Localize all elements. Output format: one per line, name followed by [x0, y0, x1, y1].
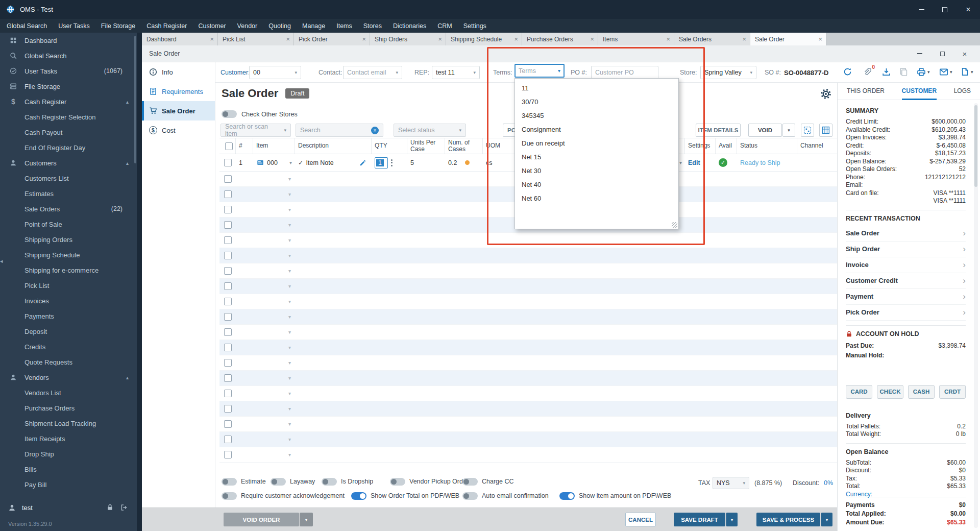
item-select-chevron-icon[interactable]: ▾ — [288, 207, 295, 212]
row-checkbox[interactable] — [224, 206, 232, 213]
recent-customer-credit[interactable]: Customer Credit› — [846, 273, 966, 289]
tab-purchase-orders[interactable]: Purchase Orders× — [522, 33, 598, 45]
window-minimize-button[interactable] — [910, 0, 933, 19]
void-button[interactable]: VOID — [748, 124, 782, 137]
search-input[interactable]: Search× — [296, 124, 383, 137]
row-checkbox[interactable] — [224, 374, 232, 382]
tab-close-icon[interactable]: × — [818, 35, 822, 43]
sidebar-item-shipment-load-tracking[interactable]: Shipment Load Tracking — [0, 416, 137, 431]
item-select-chevron-icon[interactable]: ▾ — [288, 329, 295, 335]
chevron-up-icon[interactable]: ▴ — [126, 99, 129, 105]
row-checkbox[interactable] — [224, 344, 232, 351]
sidebar-item-item-receipts[interactable]: Item Receipts — [0, 431, 137, 446]
cell-settings[interactable]: Edit — [685, 159, 716, 166]
subnav-info[interactable]: Info — [142, 62, 215, 82]
tab-close-icon[interactable]: × — [286, 35, 290, 43]
col-item[interactable]: Item — [253, 138, 295, 154]
sidebar-item-file-storage[interactable]: File Storage — [0, 79, 137, 94]
recent-payment[interactable]: Payment› — [846, 289, 966, 305]
qty-input[interactable]: 1 — [375, 157, 388, 168]
save-process-button[interactable]: SAVE & PROCESS — [756, 513, 820, 526]
toggle-layaway[interactable]: Layaway — [271, 476, 315, 487]
item-search-select[interactable]: Search or scan item▾ — [220, 124, 291, 137]
resize-grip-icon[interactable] — [672, 222, 677, 228]
tab-close-icon[interactable]: × — [742, 35, 746, 43]
item-select-chevron-icon[interactable]: ▾ — [288, 437, 295, 442]
sidebar-item-drop-ship[interactable]: Drop Ship — [0, 446, 137, 462]
sidebar-item-credits[interactable]: Credits — [0, 339, 137, 354]
item-select-chevron-icon[interactable]: ▾ — [288, 283, 295, 289]
item-select-chevron-icon[interactable]: ▾ — [288, 176, 295, 182]
menu-crm[interactable]: CRM — [432, 22, 457, 30]
menu-settings[interactable]: Settings — [458, 22, 492, 30]
col-channel[interactable]: Channel — [797, 138, 837, 154]
row-checkbox[interactable] — [224, 159, 232, 166]
tab-close-icon[interactable]: × — [438, 35, 442, 43]
sidebar-item-customers[interactable]: Customers▴ — [0, 155, 137, 171]
tab-close-icon[interactable]: × — [210, 35, 214, 43]
sidebar-item-vendors[interactable]: Vendors▴ — [0, 370, 137, 385]
recent-invoice[interactable]: Invoice› — [846, 257, 966, 273]
copy-icon[interactable] — [899, 67, 908, 76]
tab-sale-order[interactable]: Sale Order× — [750, 33, 826, 45]
terms-option[interactable]: Net 15 — [515, 150, 678, 164]
menu-cash-register[interactable]: Cash Register — [141, 22, 192, 30]
edit-link[interactable]: Edit — [688, 159, 700, 166]
terms-option[interactable]: Net 40 — [515, 178, 678, 191]
row-checkbox[interactable] — [224, 436, 232, 443]
subnav-sale-order[interactable]: Sale Order — [142, 101, 215, 120]
item-select-chevron-icon[interactable]: ▾ — [288, 191, 295, 197]
cell-qty[interactable]: 1 — [372, 157, 407, 168]
row-menu-icon[interactable] — [391, 159, 393, 166]
save-draft-button[interactable]: SAVE DRAFT — [674, 513, 725, 526]
menu-user-tasks[interactable]: User Tasks — [53, 22, 95, 30]
recent-sale-order[interactable]: Sale Order› — [846, 226, 966, 242]
sidebar-item-point-of-sale[interactable]: Point of Sale — [0, 216, 137, 232]
row-checkbox[interactable] — [224, 175, 232, 183]
sidebar-item-dashboard[interactable]: Dashboard — [0, 33, 137, 48]
void-order-button[interactable]: VOID ORDER — [224, 513, 299, 526]
tab-items[interactable]: Items× — [598, 33, 674, 45]
print-icon[interactable]: ▾ — [917, 67, 930, 77]
toggle-show-order-total[interactable]: Show Order Total on PDF/WEB — [351, 490, 459, 501]
row-checkbox[interactable] — [224, 190, 232, 198]
item-select-chevron-icon[interactable]: ▾ — [288, 314, 295, 320]
panel-scrollbar[interactable] — [974, 103, 978, 528]
cell-item[interactable]: 000▾ — [253, 159, 295, 166]
item-select-chevron-icon[interactable]: ▾ — [288, 452, 295, 457]
menu-quoting[interactable]: Quoting — [263, 22, 297, 30]
toggle-switch[interactable] — [271, 478, 286, 486]
cash-button[interactable]: CASH — [908, 385, 935, 399]
row-checkbox[interactable] — [224, 282, 232, 290]
email-icon[interactable]: ▾ — [939, 67, 952, 77]
toggle-switch[interactable] — [222, 478, 237, 486]
select-all-checkbox[interactable] — [225, 142, 233, 150]
chevron-up-icon[interactable]: ▴ — [126, 160, 129, 166]
toggle-switch[interactable] — [222, 110, 237, 118]
row-checkbox[interactable] — [224, 420, 232, 428]
row-checkbox[interactable] — [224, 359, 232, 367]
col-units-per-case[interactable]: Units Per Case — [407, 138, 445, 154]
menu-file-storage[interactable]: File Storage — [95, 22, 141, 30]
sidebar-item-cash-payout[interactable]: Cash Payout — [0, 125, 137, 140]
sidebar-item-customers-list[interactable]: Customers List — [0, 171, 137, 186]
item-select-chevron-icon[interactable]: ▾ — [288, 406, 295, 412]
void-order-dropdown-button[interactable]: ▾ — [300, 513, 313, 526]
tab-close-icon[interactable]: × — [666, 35, 670, 43]
download-icon[interactable] — [882, 67, 891, 76]
tab-this-order[interactable]: THIS ORDER — [847, 83, 885, 100]
tab-close-icon[interactable]: × — [590, 35, 594, 43]
subnav-cost[interactable]: $Cost — [142, 120, 215, 140]
sidebar-item-invoices[interactable]: Invoices — [0, 293, 137, 308]
pencil-icon[interactable] — [359, 159, 372, 166]
tab-pick-list[interactable]: Pick List× — [218, 33, 294, 45]
toggle-estimate[interactable]: Estimate — [222, 476, 266, 487]
lock-icon[interactable] — [107, 504, 113, 511]
save-draft-dropdown-button[interactable]: ▾ — [726, 513, 738, 526]
col-avail[interactable]: Avail — [716, 138, 737, 154]
chevron-down-icon[interactable]: ▾ — [679, 160, 685, 165]
row-checkbox[interactable] — [224, 328, 232, 336]
item-select-chevron-icon[interactable]: ▾ — [288, 360, 295, 366]
col-description[interactable]: Description — [295, 138, 372, 154]
col-qty[interactable]: QTY — [372, 138, 407, 154]
